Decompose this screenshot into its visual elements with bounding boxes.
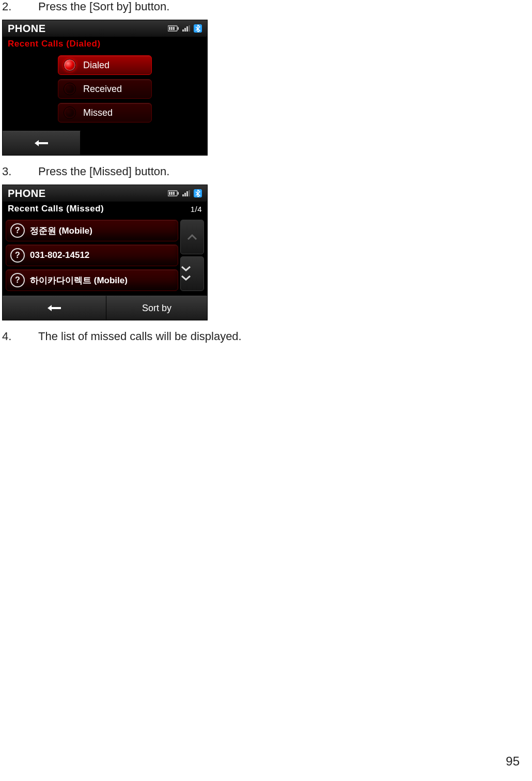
svg-rect-12 xyxy=(171,192,173,195)
status-bar: PHONE xyxy=(3,185,207,202)
unknown-contact-icon: ? xyxy=(10,273,25,287)
sort-by-label: Sort by xyxy=(142,303,171,314)
svg-rect-10 xyxy=(178,192,179,195)
step-4-text: The list of missed calls will be display… xyxy=(38,330,242,343)
back-arrow-icon xyxy=(45,303,63,313)
battery-icon xyxy=(168,190,179,196)
sort-by-button[interactable]: Sort by xyxy=(106,296,207,320)
signal-icon xyxy=(182,190,191,196)
scroll-down-button[interactable] xyxy=(180,256,204,291)
option-missed[interactable]: Missed xyxy=(58,103,152,122)
svg-rect-15 xyxy=(184,193,186,196)
app-title: PHONE xyxy=(8,23,168,35)
subtitle-bar: Recent Calls (Dialed) xyxy=(3,37,207,52)
signal-icon xyxy=(182,25,191,32)
option-received[interactable]: Received xyxy=(58,79,152,99)
page-number: 95 xyxy=(506,754,520,769)
back-button[interactable] xyxy=(3,296,106,320)
scroll-controls xyxy=(180,218,204,293)
subtitle-bar: Recent Calls (Missed) 1/4 xyxy=(3,202,207,217)
bottom-bar-spacer xyxy=(81,131,207,155)
call-row-3-label: 하이카다이렉트 (Mobile) xyxy=(30,274,128,286)
call-row-1-label: 정준원 (Mobile) xyxy=(30,225,92,237)
radio-selected-icon xyxy=(64,59,76,71)
svg-rect-3 xyxy=(171,27,173,30)
option-dialed[interactable]: Dialed xyxy=(58,55,152,75)
scroll-up-button[interactable] xyxy=(180,220,204,254)
step-3-text: Press the [Missed] button. xyxy=(38,165,169,178)
step-3: 3. Press the [Missed] button. xyxy=(2,165,532,178)
step-2: 2. Press the [Sort by] button. xyxy=(2,0,532,13)
call-row-3[interactable]: ? 하이카다이렉트 (Mobile) xyxy=(6,269,178,291)
bottom-bar: Sort by xyxy=(3,296,207,320)
svg-rect-13 xyxy=(173,192,175,195)
svg-rect-1 xyxy=(178,27,179,30)
call-list: ? 정준원 (Mobile) ? 031-802-14512 ? 하 xyxy=(3,217,207,296)
status-icons xyxy=(168,24,202,33)
call-row-2-label: 031-802-14512 xyxy=(30,250,89,261)
screenshot-missed-list: PHONE Recent Calls (Missed) 1/4 xyxy=(2,185,208,320)
step-2-number: 2. xyxy=(2,0,38,13)
step-4: 4. The list of missed calls will be disp… xyxy=(2,330,532,343)
page-indicator: 1/4 xyxy=(191,205,202,213)
option-missed-label: Missed xyxy=(83,108,151,118)
bottom-bar xyxy=(3,131,207,155)
option-received-label: Received xyxy=(83,84,151,95)
unknown-contact-icon: ? xyxy=(10,223,25,238)
svg-rect-2 xyxy=(169,27,170,30)
app-title: PHONE xyxy=(8,188,168,200)
subtitle-text: Recent Calls (Dialed) xyxy=(8,39,202,49)
radio-icon xyxy=(64,106,76,119)
bluetooth-icon xyxy=(194,189,202,197)
radio-icon xyxy=(64,83,76,95)
back-button[interactable] xyxy=(3,131,81,155)
subtitle-text: Recent Calls (Missed) xyxy=(8,204,191,214)
svg-rect-11 xyxy=(169,192,170,195)
svg-rect-16 xyxy=(186,191,188,196)
chevron-up-icon xyxy=(187,234,197,241)
battery-icon xyxy=(168,25,179,32)
svg-rect-7 xyxy=(186,26,188,32)
unknown-contact-icon: ? xyxy=(10,248,25,263)
chevron-double-down-icon xyxy=(181,265,204,283)
status-icons xyxy=(168,189,202,197)
svg-rect-17 xyxy=(189,190,190,196)
step-2-text: Press the [Sort by] button. xyxy=(38,0,169,13)
call-row-1[interactable]: ? 정준원 (Mobile) xyxy=(6,220,178,241)
bluetooth-icon xyxy=(194,24,202,33)
svg-rect-5 xyxy=(182,29,184,32)
call-row-2[interactable]: ? 031-802-14512 xyxy=(6,244,178,266)
svg-rect-8 xyxy=(189,25,190,32)
svg-rect-14 xyxy=(182,194,184,196)
step-4-number: 4. xyxy=(2,330,38,343)
svg-rect-6 xyxy=(184,28,186,32)
sort-options: Dialed Received Missed xyxy=(3,52,207,131)
step-3-number: 3. xyxy=(2,165,38,178)
back-arrow-icon xyxy=(33,138,50,148)
svg-rect-4 xyxy=(173,27,175,30)
option-dialed-label: Dialed xyxy=(83,60,151,71)
screenshot-sort-by: PHONE Recent Calls (Dialed) Dialed xyxy=(2,20,208,156)
status-bar: PHONE xyxy=(3,20,207,37)
